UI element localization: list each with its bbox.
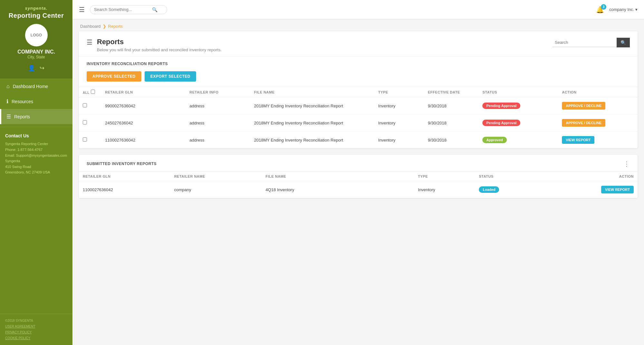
footer-copyright: ©2018 SYNGENTA	[5, 318, 67, 324]
contact-phone: Phone: 1-877-564-4767	[5, 147, 67, 153]
status-badge: Loaded	[479, 186, 499, 193]
sidebar-item-reports-label: Reports	[14, 114, 30, 119]
footer-cookie-policy[interactable]: COOKIE POLICY	[5, 335, 67, 341]
search-icon[interactable]: 🔍	[152, 7, 157, 12]
sub-row-type: Inventory	[414, 181, 475, 198]
row-status: Approved	[478, 132, 558, 149]
sidebar: syngenta. Reporting Center LOGO COMPANY …	[0, 0, 72, 345]
sub-row-name: company	[170, 181, 262, 198]
reports-icon: ☰	[6, 113, 11, 120]
row-checkbox-cell	[79, 132, 101, 149]
footer-privacy-policy[interactable]: PRIVACY POLICY	[5, 330, 67, 335]
row-checkbox[interactable]	[83, 120, 87, 124]
row-action-button[interactable]: VIEW REPORT	[562, 136, 594, 144]
row-date: 9/30/2018	[424, 114, 479, 132]
footer-user-agreement[interactable]: USER AGREEMENT	[5, 324, 67, 330]
row-info: address	[186, 114, 250, 132]
sub-col-type: TYPE	[414, 172, 475, 181]
card-title: Reports	[97, 38, 222, 46]
search-input[interactable]	[94, 7, 152, 12]
row-file-name: 2018MY Ending Inventory Reconciliation R…	[250, 97, 374, 114]
table-row: 1100027636042 company 4Q18 Inventory Inv…	[79, 181, 638, 198]
col-type: TYPE	[374, 87, 424, 97]
sidebar-item-resources[interactable]: ℹ Resources	[0, 94, 72, 109]
row-file-name: 2018MY Ending Inventory Reconciliation R…	[250, 114, 374, 132]
sub-row-action-button[interactable]: VIEW REPORT	[601, 186, 634, 193]
info-icon: ℹ	[6, 98, 8, 104]
row-action-button[interactable]: APPROVE / DECLINE	[562, 102, 605, 110]
search-bar: 🔍	[90, 5, 167, 14]
export-selected-button[interactable]: EXPORT SELECTED	[145, 71, 196, 82]
sub-col-action: ACTION	[556, 172, 638, 181]
sidebar-app-title: Reporting Center	[5, 12, 67, 19]
card-search: 🔍	[552, 38, 630, 47]
contact-email: Email: Support@mysyngentasales.com	[5, 153, 67, 159]
home-icon: ⌂	[6, 84, 10, 89]
avatar-label: LOGO	[31, 33, 42, 37]
sidebar-item-dashboard-label: Dashboard Home	[13, 84, 48, 89]
submitted-table: RETAILER GLN RETAILER NAME FILE NAME TYP…	[79, 172, 638, 198]
breadcrumb-current: Reports	[108, 24, 123, 29]
row-info: address	[186, 97, 250, 114]
row-checkbox-cell	[79, 97, 101, 114]
company-name: COMPANY INC.	[5, 49, 67, 55]
inventory-table: ALL RETAILER GLN RETAILER INFO FILE NAME…	[79, 87, 638, 148]
three-dots-menu[interactable]: ⋮	[623, 160, 630, 168]
approve-selected-button[interactable]: APPROVE SELECTED	[87, 71, 141, 82]
card-header: ☰ Reports Below you will find your submi…	[79, 31, 638, 56]
inventory-section-label: INVENTORY RECONCILIATION REPORTS	[79, 56, 638, 69]
notification-badge: 3	[601, 4, 606, 10]
row-checkbox[interactable]	[83, 103, 87, 107]
sidebar-logo: syngenta.	[5, 6, 67, 11]
contact-line1: Syngenta Reporting Center	[5, 141, 67, 147]
sub-row-gln: 1100027636042	[79, 181, 170, 198]
row-action-cell: VIEW REPORT	[558, 132, 638, 149]
content: ☰ Reports Below you will find your submi…	[72, 31, 644, 211]
sidebar-item-reports[interactable]: ☰ Reports	[0, 109, 72, 124]
reports-search-button[interactable]: 🔍	[617, 38, 630, 47]
reports-card: ☰ Reports Below you will find your submi…	[79, 31, 638, 148]
reports-search-input[interactable]	[552, 38, 617, 47]
avatar: LOGO	[25, 24, 48, 46]
row-info: address	[186, 132, 250, 149]
status-badge: Pending Approval	[482, 120, 520, 126]
hamburger-menu-icon[interactable]: ☰	[79, 6, 85, 14]
table-header-row: ALL RETAILER GLN RETAILER INFO FILE NAME…	[79, 87, 638, 97]
notification-button[interactable]: 🔔 3	[596, 6, 604, 14]
inventory-table-body: 9900027636042 address 2018MY Ending Inve…	[79, 97, 638, 149]
col-effective-date: EFFECTIVE DATE	[424, 87, 479, 97]
submitted-section-label: SUBMITTED INVENTORY REPORTS	[87, 162, 156, 166]
sub-row-action-cell: VIEW REPORT	[556, 181, 638, 198]
sidebar-icons-row: 👤 ↪	[5, 63, 67, 75]
topbar-right: 🔔 3 company Inc. ▾	[596, 6, 638, 14]
sidebar-footer: ©2018 SYNGENTA USER AGREEMENT PRIVACY PO…	[0, 314, 72, 345]
breadcrumb-home[interactable]: Dashboard	[80, 24, 101, 29]
row-status: Pending Approval	[478, 97, 558, 114]
row-action-cell: APPROVE / DECLINE	[558, 114, 638, 132]
col-retailer-info: RETAILER INFO	[186, 87, 250, 97]
col-status: STATUS	[478, 87, 558, 97]
sub-col-status: STATUS	[475, 172, 556, 181]
user-label: company Inc. ▾	[609, 7, 638, 12]
row-type: Inventory	[374, 97, 424, 114]
logout-icon[interactable]: ↪	[40, 64, 44, 72]
status-badge: Approved	[482, 137, 507, 143]
action-bar: APPROVE SELECTED EXPORT SELECTED	[79, 69, 638, 87]
col-all-label: ALL	[83, 91, 90, 94]
row-date: 9/30/2018	[424, 97, 479, 114]
row-checkbox[interactable]	[83, 137, 87, 142]
contact-us-section: Contact Us Syngenta Reporting Center Pho…	[0, 127, 72, 181]
row-status: Pending Approval	[478, 114, 558, 132]
row-action-button[interactable]: APPROVE / DECLINE	[562, 119, 605, 127]
submitted-header: SUBMITTED INVENTORY REPORTS ⋮	[79, 155, 638, 172]
sidebar-item-dashboard[interactable]: ⌂ Dashboard Home	[0, 79, 72, 94]
user-dropdown[interactable]: company Inc. ▾	[609, 7, 638, 12]
select-all-checkbox[interactable]	[91, 90, 95, 94]
user-profile-icon[interactable]: 👤	[28, 64, 35, 72]
sidebar-item-resources-label: Resources	[12, 99, 33, 104]
contact-us-title: Contact Us	[5, 132, 67, 139]
table-row: 9900027636042 address 2018MY Ending Inve…	[79, 97, 638, 114]
submitted-card: SUBMITTED INVENTORY REPORTS ⋮ RETAILER G…	[79, 155, 638, 198]
row-action-cell: APPROVE / DECLINE	[558, 97, 638, 114]
company-location: City, State	[5, 55, 67, 59]
